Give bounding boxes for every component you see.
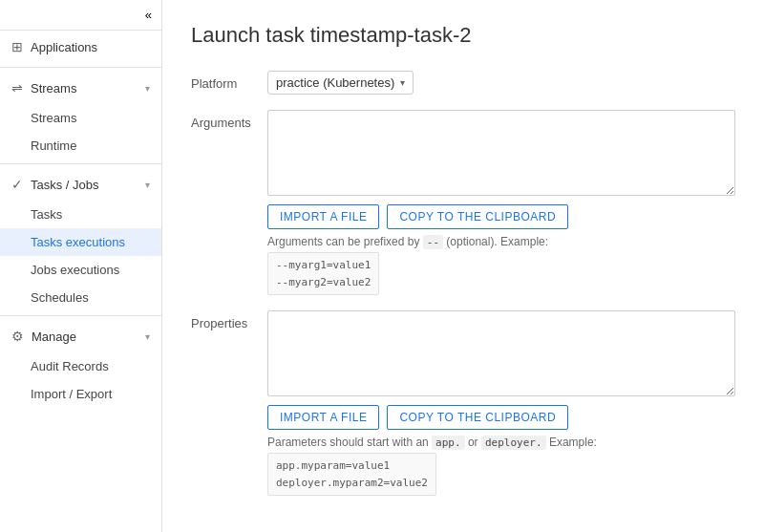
sidebar-item-label: Streams	[31, 81, 76, 96]
platform-dropdown[interactable]: practice (Kubernetes) ▾	[267, 71, 414, 95]
chevron-down-icon: ▾	[145, 180, 150, 190]
sidebar-item-label: Tasks	[31, 207, 62, 222]
properties-hint-code1: app.	[432, 436, 465, 450]
arguments-btn-row: IMPORT A FILE COPY TO THE CLIPBOARD	[267, 204, 735, 229]
sidebar-item-streams[interactable]: Streams	[0, 104, 161, 132]
manage-icon: ⚙	[11, 329, 24, 344]
platform-value: practice (Kubernetes)	[276, 75, 394, 90]
chevron-down-icon: ▾	[145, 331, 150, 342]
sidebar-item-tasks-jobs-section[interactable]: ✓ Tasks / Jobs ▾	[0, 168, 161, 201]
arguments-copy-button[interactable]: COPY TO THE CLIPBOARD	[387, 204, 568, 229]
divider	[0, 315, 161, 316]
sidebar-item-tasks[interactable]: Tasks	[0, 201, 161, 228]
sidebar-item-label: Tasks / Jobs	[31, 178, 99, 192]
sidebar-item-import-export[interactable]: Import / Export	[0, 380, 161, 408]
form-footer: CANCEL LAUNCH THE TASK	[191, 519, 735, 532]
sidebar-item-audit-records[interactable]: Audit Records	[0, 352, 161, 380]
properties-control: IMPORT A FILE COPY TO THE CLIPBOARD Para…	[267, 310, 735, 496]
sidebar-item-schedules[interactable]: Schedules	[0, 284, 161, 311]
properties-hint: Parameters should start with an app. or …	[267, 436, 735, 449]
properties-hint-code2: deployer.	[481, 436, 546, 450]
main-content: Launch task timestamp-task-2 Platform pr…	[162, 0, 764, 532]
properties-example: app.myparam=value1deployer.myparam2=valu…	[267, 453, 436, 496]
sidebar-item-label: Runtime	[31, 138, 76, 153]
properties-import-button[interactable]: IMPORT A FILE	[267, 405, 379, 430]
divider	[0, 67, 161, 68]
properties-row: Properties IMPORT A FILE COPY TO THE CLI…	[191, 310, 735, 496]
arguments-example: --myarg1=value1--myarg2=value2	[267, 252, 379, 295]
tasks-icon: ✓	[11, 177, 23, 192]
sidebar-item-label: Streams	[31, 111, 76, 125]
sidebar-item-label: Applications	[31, 40, 97, 54]
sidebar-item-label: Jobs executions	[31, 263, 119, 277]
platform-control: practice (Kubernetes) ▾	[267, 71, 735, 95]
arguments-textarea[interactable]	[267, 110, 735, 196]
chevron-down-icon: ▾	[145, 83, 150, 94]
sidebar-item-label: Tasks executions	[31, 235, 125, 249]
page-title: Launch task timestamp-task-2	[191, 23, 735, 48]
properties-btn-row: IMPORT A FILE COPY TO THE CLIPBOARD	[267, 405, 735, 430]
arguments-label: Arguments	[191, 110, 267, 130]
applications-icon: ⊞	[11, 39, 23, 54]
sidebar-item-applications[interactable]: ⊞ Applications	[0, 31, 161, 63]
properties-copy-button[interactable]: COPY TO THE CLIPBOARD	[387, 405, 568, 430]
collapse-icon: «	[145, 8, 152, 22]
sidebar-item-tasks-executions[interactable]: Tasks executions	[0, 228, 161, 256]
properties-textarea[interactable]	[267, 310, 735, 396]
properties-label: Properties	[191, 310, 267, 330]
platform-label: Platform	[191, 71, 267, 91]
platform-row: Platform practice (Kubernetes) ▾	[191, 71, 735, 95]
sidebar-item-manage-section[interactable]: ⚙ Manage ▾	[0, 320, 161, 352]
arguments-hint: Arguments can be prefixed by -- (optiona…	[267, 235, 735, 248]
sidebar-item-streams-section[interactable]: ⇌ Streams ▾	[0, 72, 161, 104]
arguments-hint-code: --	[423, 235, 443, 249]
arguments-import-button[interactable]: IMPORT A FILE	[267, 204, 379, 229]
divider	[0, 163, 161, 164]
streams-section-icon: ⇌	[11, 80, 23, 96]
sidebar-item-label: Schedules	[31, 290, 89, 305]
sidebar-item-runtime[interactable]: Runtime	[0, 132, 161, 160]
sidebar-item-label: Import / Export	[31, 387, 112, 401]
sidebar-item-label: Audit Records	[31, 359, 109, 373]
sidebar-item-label: Manage	[32, 330, 76, 344]
arguments-control: IMPORT A FILE COPY TO THE CLIPBOARD Argu…	[267, 110, 735, 295]
sidebar-collapse-button[interactable]: «	[0, 0, 161, 31]
sidebar: « ⊞ Applications ⇌ Streams ▾ Streams Run…	[0, 0, 162, 532]
sidebar-item-jobs-executions[interactable]: Jobs executions	[0, 256, 161, 284]
platform-dropdown-arrow: ▾	[400, 77, 405, 88]
arguments-row: Arguments IMPORT A FILE COPY TO THE CLIP…	[191, 110, 735, 295]
